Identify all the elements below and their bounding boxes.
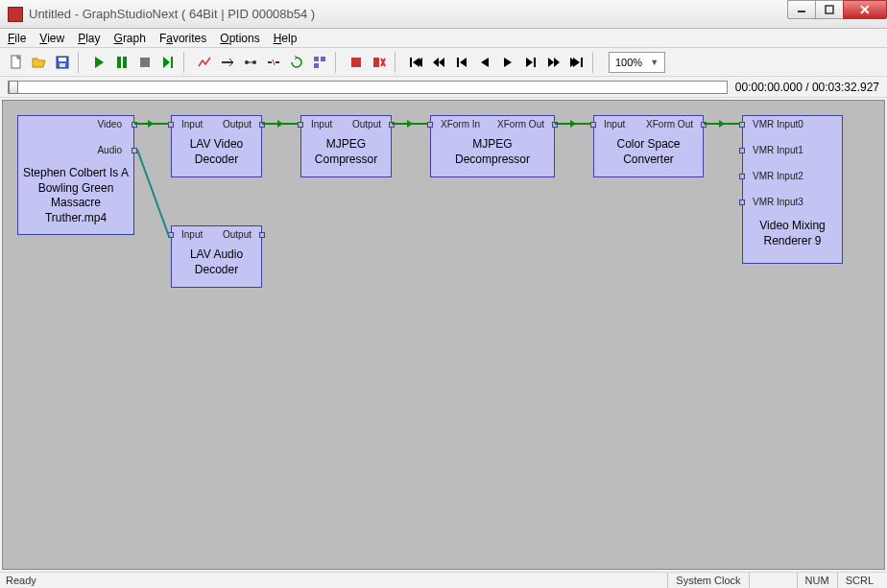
step-forward-button[interactable] xyxy=(520,52,541,73)
close-button[interactable]: ✕ xyxy=(843,0,887,19)
filter-source-title: Stephen Colbert Is A Bowling Green Massa… xyxy=(18,164,133,227)
maximize-icon xyxy=(825,5,834,14)
svg-rect-24 xyxy=(410,58,412,67)
open-button[interactable] xyxy=(29,52,50,73)
next-icon xyxy=(500,55,515,70)
save-button[interactable] xyxy=(52,52,73,73)
status-ready: Ready xyxy=(6,575,36,586)
seek-end-button[interactable] xyxy=(566,52,587,73)
svg-rect-19 xyxy=(314,63,319,68)
pin-out-label: Output xyxy=(223,229,252,240)
pin-vmr3[interactable] xyxy=(739,200,745,205)
zoom-combo[interactable]: 100% ▼ xyxy=(609,52,665,73)
pin-audio-label: Audio xyxy=(97,145,122,155)
graph-mode1-button[interactable] xyxy=(194,52,215,73)
arrow-icon xyxy=(570,120,576,128)
app-icon xyxy=(8,7,23,22)
smart-icon xyxy=(243,55,258,70)
props-icon xyxy=(312,55,327,70)
title-bar: Untitled - GraphStudioNext ( 64Bit | PID… xyxy=(0,0,887,29)
toolbar: 100% ▼ xyxy=(0,48,887,77)
menu-play[interactable]: Play xyxy=(78,32,100,45)
next-frame-button[interactable] xyxy=(497,52,518,73)
toolbar-separator xyxy=(395,52,400,73)
connect-mode-button[interactable] xyxy=(217,52,238,73)
disconnect-button[interactable] xyxy=(263,52,284,73)
step-back-icon xyxy=(454,55,469,70)
filter-vmr9[interactable]: VMR Input0 VMR Input1 VMR Input2 VMR Inp… xyxy=(742,115,843,264)
svg-point-13 xyxy=(252,60,256,64)
step-back-button[interactable] xyxy=(451,52,472,73)
svg-rect-25 xyxy=(457,58,459,67)
seek-track[interactable] xyxy=(8,81,728,94)
pin-in-label: Input xyxy=(181,229,203,240)
pin-out-label: Output xyxy=(352,119,381,129)
delete-button[interactable] xyxy=(346,52,367,73)
svg-rect-5 xyxy=(60,63,65,67)
status-clock: System Clock xyxy=(667,573,748,588)
menu-view[interactable]: View xyxy=(39,32,64,45)
pin-in-label: XForm In xyxy=(441,119,480,129)
refresh-button[interactable] xyxy=(286,52,307,73)
stop-icon xyxy=(137,55,153,70)
seek-thumb[interactable] xyxy=(9,81,18,94)
rewind-button[interactable] xyxy=(428,52,449,73)
filter-colorspace[interactable]: Input XForm Out Color Space Converter xyxy=(593,115,704,177)
menu-favorites[interactable]: Favorites xyxy=(159,32,206,45)
filter-mjpeg-comp[interactable]: Input Output MJPEG Compressor xyxy=(300,115,392,177)
pin-label: VMR Input0 xyxy=(753,119,803,129)
menu-help[interactable]: Help xyxy=(274,32,298,45)
minimize-button[interactable] xyxy=(787,0,816,19)
filter-lav-video[interactable]: Input Output LAV Video Decoder xyxy=(171,115,262,177)
save-icon xyxy=(55,55,70,70)
seek-end-icon xyxy=(569,55,585,70)
connect-icon xyxy=(220,55,235,70)
svg-rect-7 xyxy=(123,57,127,68)
pin-vmr1[interactable] xyxy=(739,148,745,153)
status-bar: Ready System Clock NUM SCRL xyxy=(0,572,887,588)
maximize-button[interactable] xyxy=(815,0,844,19)
new-button[interactable] xyxy=(6,52,27,73)
options-button[interactable] xyxy=(309,52,330,73)
remove-all-button[interactable] xyxy=(369,52,390,73)
delete-icon xyxy=(348,55,364,70)
step-icon xyxy=(160,55,176,70)
step-button[interactable] xyxy=(157,52,179,73)
arrow-icon xyxy=(407,120,413,128)
pin-video-label: Video xyxy=(98,119,122,129)
prev-frame-button[interactable] xyxy=(474,52,495,73)
filter-mjpeg-decomp-title: MJPEG Decompressor xyxy=(431,135,554,169)
toolbar-separator xyxy=(592,52,598,73)
graph-icon xyxy=(197,55,212,70)
menu-options[interactable]: Options xyxy=(220,32,259,45)
window-title: Untitled - GraphStudioNext ( 64Bit | PID… xyxy=(29,7,788,21)
svg-point-12 xyxy=(245,60,249,64)
new-icon xyxy=(9,55,24,70)
menu-graph[interactable]: Graph xyxy=(114,32,146,45)
smart-connect-button[interactable] xyxy=(240,52,261,73)
toolbar-separator xyxy=(335,52,341,73)
seek-start-button[interactable] xyxy=(405,52,426,73)
filter-lav-audio[interactable]: Input Output LAV Audio Decoder xyxy=(171,225,262,288)
connection-audio xyxy=(136,149,170,238)
svg-rect-20 xyxy=(351,58,361,67)
graph-canvas[interactable]: Video Audio Stephen Colbert Is A Bowling… xyxy=(2,100,885,570)
fast-forward-button[interactable] xyxy=(543,52,564,73)
pin-output[interactable] xyxy=(259,232,265,238)
rewind-icon xyxy=(431,55,446,70)
seek-bar: 00:00:00.000 / 00:03:32.927 xyxy=(0,77,887,98)
stop-button[interactable] xyxy=(134,52,156,73)
filter-mjpeg-decomp[interactable]: XForm In XForm Out MJPEG Decompressor xyxy=(430,115,555,177)
filter-source[interactable]: Video Audio Stephen Colbert Is A Bowling… xyxy=(17,115,134,235)
pin-label: VMR Input3 xyxy=(753,197,803,207)
pause-icon xyxy=(114,55,130,70)
svg-rect-6 xyxy=(117,57,121,68)
play-button[interactable] xyxy=(88,52,109,73)
menu-file[interactable]: File xyxy=(8,32,26,45)
pin-label: VMR Input2 xyxy=(753,171,803,181)
pin-vmr2[interactable] xyxy=(739,174,745,179)
pause-button[interactable] xyxy=(111,52,132,73)
pin-out-label: Output xyxy=(223,119,252,129)
menu-bar: File View Play Graph Favorites Options H… xyxy=(0,29,887,48)
refresh-icon xyxy=(289,55,304,70)
